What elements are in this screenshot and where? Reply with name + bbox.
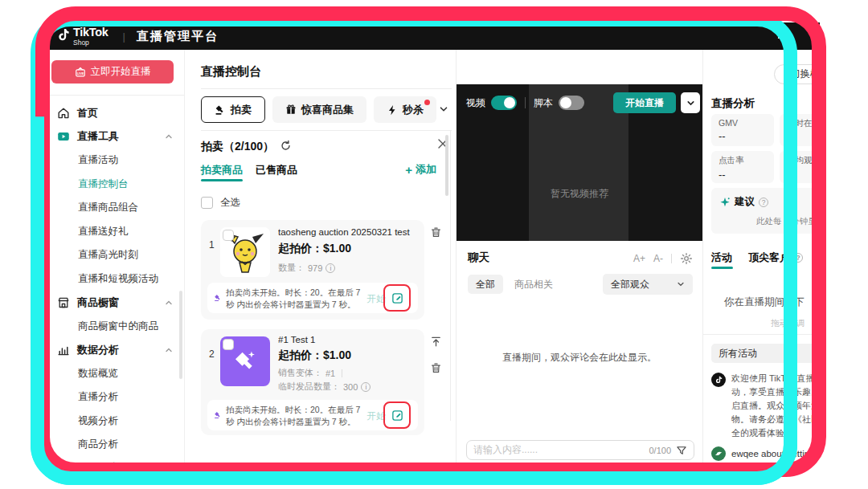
auction-status-bar: 拍卖尚未开始。时长：20。在最后 7 秒 内出价会将计时器重置为 7 秒。 开始 bbox=[207, 400, 418, 430]
metric-value: -- bbox=[719, 130, 767, 142]
tab-flash-sale[interactable]: 秒杀 bbox=[374, 96, 436, 123]
sidebar-item-label: 直播和短视频活动 bbox=[78, 272, 158, 286]
go-live-dropdown[interactable] bbox=[681, 92, 700, 113]
svg-text:LIVE: LIVE bbox=[76, 71, 84, 75]
font-increase-button[interactable]: A+ bbox=[633, 253, 645, 264]
tab-activity[interactable]: 活动 bbox=[711, 251, 732, 265]
refresh-icon[interactable] bbox=[280, 140, 292, 152]
auction-tile-icon bbox=[231, 348, 259, 375]
filter-product-related[interactable]: 商品相关 bbox=[514, 278, 553, 291]
sidebar-item-live-tools[interactable]: 直播工具 bbox=[46, 125, 184, 149]
metric-label: 点击率 bbox=[719, 155, 767, 166]
tab-auction-mode[interactable]: 拍卖 bbox=[201, 96, 265, 123]
activity-filter-dropdown[interactable]: 所有活动 bbox=[711, 344, 820, 363]
info-icon[interactable] bbox=[326, 263, 335, 273]
start-auction-button[interactable]: 开始 bbox=[366, 292, 386, 306]
sidebar-item-account-health[interactable]: 账号健康 bbox=[46, 457, 184, 481]
edit-auction-button[interactable] bbox=[387, 288, 407, 308]
panel-scrollbar[interactable] bbox=[445, 135, 448, 196]
sidebar-item-live-highlights[interactable]: 直播高光时刻 bbox=[46, 243, 184, 267]
item-temp-quantity: 临时发品数量：300 bbox=[278, 381, 371, 393]
sidebar-item-product-analytics[interactable]: 商品分析 bbox=[46, 433, 184, 457]
sidebar-item-label: 直播控制台 bbox=[78, 177, 129, 191]
logo-text: TikTok Shop bbox=[73, 26, 108, 46]
add-label: 添加 bbox=[416, 162, 436, 177]
tab-sold-products[interactable]: 已售商品 bbox=[256, 163, 297, 177]
delete-item-icon[interactable] bbox=[430, 226, 442, 238]
metric-label: GMV bbox=[719, 118, 767, 128]
delete-item-icon[interactable] bbox=[430, 362, 442, 374]
filter-all[interactable]: 全部 bbox=[468, 275, 503, 294]
tab-label: 顶尖客户 bbox=[748, 251, 790, 265]
item-start-price: 起拍价：$1.00 bbox=[278, 348, 351, 363]
chat-input[interactable]: 请输入内容...... 0/100 bbox=[466, 440, 694, 460]
question-icon[interactable] bbox=[793, 253, 803, 263]
sidebar-item-label: 商品橱窗 bbox=[77, 295, 119, 310]
audience-dropdown[interactable]: 全部观众 bbox=[603, 274, 693, 295]
page: TikTok Shop | 直播管理平台 LIVE 立即开始直播 首页 bbox=[0, 0, 868, 489]
sidebar-item-live-events[interactable]: 直播活动 bbox=[46, 149, 184, 173]
sidebar-item-label: 数据分析 bbox=[77, 343, 119, 357]
start-live-now-button[interactable]: LIVE 立即开始直播 bbox=[51, 60, 174, 84]
info-icon[interactable] bbox=[361, 382, 371, 392]
sidebar-scrollbar[interactable] bbox=[179, 291, 182, 379]
switch-mode-button[interactable]: 切换模式 bbox=[774, 64, 820, 84]
bell-icon[interactable] bbox=[776, 30, 789, 43]
price-label: 起拍价： bbox=[278, 242, 323, 255]
item-start-price: 起拍价：$1.00 bbox=[278, 242, 351, 256]
qty-label: 数量： bbox=[278, 262, 305, 274]
logo-main: TikTok bbox=[73, 26, 108, 39]
gear-icon[interactable] bbox=[680, 252, 693, 265]
sidebar-item-live-analytics[interactable]: 直播分析 bbox=[46, 385, 184, 410]
chevron-down-icon[interactable] bbox=[439, 104, 448, 114]
select-all[interactable]: 全选 bbox=[201, 196, 240, 210]
analytics-title: 直播分析 bbox=[711, 96, 755, 111]
sidebar-item-live-console[interactable]: 直播控制台 bbox=[46, 173, 184, 197]
question-icon[interactable] bbox=[759, 198, 768, 207]
tab-surprise-product-set[interactable]: 惊喜商品集 bbox=[272, 96, 366, 123]
add-product-button[interactable]: 添加 bbox=[405, 162, 436, 177]
sidebar-item-label: 直播送好礼 bbox=[78, 225, 129, 238]
video-toggle[interactable] bbox=[491, 96, 517, 110]
sidebar-item-live-gifting[interactable]: 直播送好礼 bbox=[46, 220, 184, 244]
metric-value: -- bbox=[787, 169, 820, 181]
send-icon[interactable] bbox=[676, 445, 687, 456]
welcome-line: 动，享受直播的乐趣。主播 bbox=[731, 385, 820, 399]
item-checkbox[interactable] bbox=[223, 230, 234, 241]
live-console-main: 直播控制台 拍卖 惊喜商品集 秒杀 拍卖（2/100） bbox=[185, 50, 456, 483]
tiktok-note-icon bbox=[714, 376, 723, 384]
product-image bbox=[220, 336, 270, 386]
sidebar-item-live-product-sets[interactable]: 直播商品组合 bbox=[46, 196, 184, 220]
variant-value: #1 bbox=[326, 369, 335, 378]
suggestion-title: 建议 bbox=[735, 195, 755, 209]
sidebar-item-video-analytics[interactable]: 视频分析 bbox=[46, 410, 184, 434]
tab-auction-products[interactable]: 拍卖商品 bbox=[201, 163, 243, 177]
tab-underline bbox=[201, 179, 243, 181]
sidebar-item-analytics[interactable]: 数据分析 bbox=[46, 338, 184, 362]
console-title: 直播控制台 bbox=[201, 64, 261, 79]
sidebar-item-live-short-video[interactable]: 直播和短视频活动 bbox=[46, 267, 184, 291]
item-checkbox[interactable] bbox=[223, 339, 234, 350]
start-live-now-label: 立即开始直播 bbox=[91, 65, 151, 79]
sidebar-item-showcase[interactable]: 商品橱窗 bbox=[46, 291, 184, 315]
sidebar-item-home[interactable]: 首页 bbox=[46, 101, 184, 125]
sidebar-item-showcase-products[interactable]: 商品橱窗中的商品 bbox=[46, 315, 184, 339]
metric-label: 实时在线人数 bbox=[787, 118, 820, 129]
metric-avg-watch-time: 人均观看时长 -- bbox=[780, 151, 820, 183]
edit-auction-button[interactable] bbox=[387, 405, 407, 425]
pin-to-top-icon[interactable] bbox=[430, 336, 442, 348]
chat-input-placeholder: 请输入内容...... bbox=[473, 443, 649, 457]
auction-item-card: 2 #1 Test 1 起拍价：$1.00 销售变体：#1 临时发品数量：300… bbox=[201, 329, 424, 435]
start-auction-button[interactable]: 开始 bbox=[366, 410, 386, 423]
go-live-button[interactable]: 开始直播 bbox=[613, 92, 676, 113]
script-toggle[interactable] bbox=[559, 96, 584, 110]
toggle-knob bbox=[560, 97, 571, 108]
auction-status-bar: 拍卖尚未开始。时长：20。在最后 7 秒 内出价会将计时器重置为 7 秒。 开始 bbox=[207, 283, 418, 313]
item-title: #1 Test 1 bbox=[278, 335, 420, 344]
font-decrease-button[interactable]: A- bbox=[653, 253, 663, 264]
sidebar-item-data-overview[interactable]: 数据概览 bbox=[46, 362, 184, 386]
select-all-checkbox[interactable] bbox=[201, 197, 213, 209]
tab-top-customers[interactable]: 顶尖客户 bbox=[748, 251, 803, 265]
sidebar-item-label: 直播分析 bbox=[78, 390, 118, 404]
sidebar-item-label: 账号健康 bbox=[77, 461, 119, 475]
